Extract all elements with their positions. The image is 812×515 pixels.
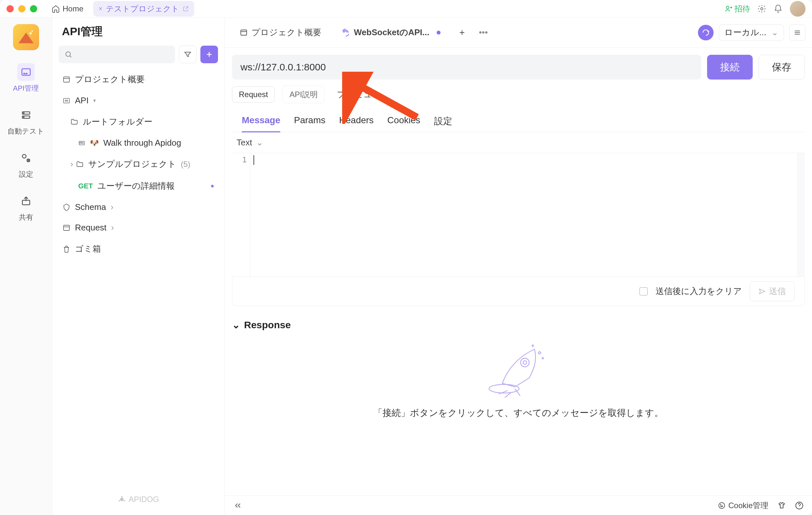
home-button[interactable]: Home [47, 2, 88, 16]
clear-after-label: 送信後に入力をクリア [656, 286, 742, 297]
editor-tabs-bar: プロジェクト概要 WebSocketのAPI... ••• [225, 18, 812, 48]
help-icon[interactable] [795, 501, 804, 510]
content-type-select[interactable]: Text ⌄ [225, 132, 812, 153]
main-content: プロジェクト概要 WebSocketのAPI... ••• [225, 18, 812, 515]
svg-point-9 [23, 112, 24, 113]
response-section: ⌄ Response 「接続」ボタンをクリックして、すべてのメッセージを取得しま… [232, 319, 805, 419]
tree-schema[interactable]: Schema › [59, 198, 218, 217]
tab-websocket[interactable]: WebSocketのAPI... [333, 21, 449, 44]
send-icon [759, 288, 766, 295]
filter-button[interactable] [179, 46, 197, 63]
svg-rect-15 [63, 77, 69, 82]
line-number-1: 1 [232, 155, 250, 164]
add-button[interactable] [200, 46, 218, 63]
sectiontab-headers[interactable]: Headers [339, 111, 374, 132]
url-value: ws://127.0.0.1:8000 [240, 62, 326, 73]
svg-text:96: 96 [65, 99, 68, 102]
svg-rect-24 [241, 30, 246, 35]
dirty-indicator: • [210, 180, 214, 192]
svg-point-2 [29, 32, 32, 34]
rail-settings[interactable]: 設定 [17, 149, 35, 179]
chevron-down-icon: ⌄ [232, 319, 240, 331]
sectiontab-message[interactable]: Message [242, 111, 280, 132]
tree-user-detail[interactable]: GET ユーザーの詳細情報 • [59, 176, 218, 196]
rail-share[interactable]: 共有 [17, 192, 35, 222]
editor-text-area[interactable] [250, 153, 805, 277]
subtab-preview[interactable]: プレビュー [332, 85, 385, 103]
tree-overview[interactable]: プロジェクト概要 [59, 69, 218, 90]
send-button[interactable]: 送信 [750, 281, 795, 301]
sidebar-title: API管理 [59, 24, 218, 39]
tab-overview[interactable]: プロジェクト概要 [231, 21, 330, 44]
sectiontab-cookies[interactable]: Cookies [387, 111, 420, 132]
cookie-management[interactable]: Cookie管理 [718, 500, 768, 511]
svg-point-22 [119, 500, 120, 501]
minimize-window-button[interactable] [18, 5, 25, 12]
svg-point-10 [23, 117, 24, 117]
trash-icon [63, 245, 70, 253]
menu-button[interactable] [789, 24, 806, 41]
tree-sample-project[interactable]: › サンプルプロジェクト (5) [59, 154, 218, 174]
schema-icon [63, 203, 70, 211]
tree-request[interactable]: Request › [59, 218, 218, 237]
editor-bottom-toolbar: 送信後に入力をクリア 送信 [232, 277, 805, 306]
sectiontab-params[interactable]: Params [294, 111, 325, 132]
collapse-sidebar-button[interactable] [233, 501, 242, 510]
subtab-request-label: Request [239, 90, 268, 99]
invite-icon [725, 5, 732, 13]
tshirt-icon[interactable] [778, 501, 786, 510]
cookie-label: Cookie管理 [728, 500, 768, 511]
url-input[interactable]: ws://127.0.0.1:8000 [232, 55, 701, 80]
maximize-window-button[interactable] [30, 5, 37, 12]
subtab-api-desc[interactable]: API説明 [283, 86, 324, 103]
chevron-double-left-icon [233, 501, 242, 510]
tab-overview-label: プロジェクト概要 [252, 27, 321, 38]
svg-point-1 [761, 7, 763, 10]
more-tabs-button[interactable]: ••• [475, 23, 492, 42]
connect-button[interactable]: 接続 [707, 55, 753, 80]
close-tab-icon[interactable]: × [98, 5, 103, 13]
rail-api-management[interactable]: API管理 [13, 63, 39, 93]
subtab-request[interactable]: Request [232, 86, 275, 103]
tree-walkthrough-label: Walk through Apidog [103, 138, 181, 148]
editor-right-margin [797, 153, 805, 277]
auto-test-icon [17, 106, 35, 124]
subtab-api-desc-label: API説明 [289, 90, 318, 99]
brand-footer: APIDOG [59, 490, 218, 509]
chevron-down-icon: ▾ [93, 97, 96, 104]
tree-api-section[interactable]: 96 API ▾ [59, 91, 218, 110]
notification-icon[interactable] [774, 4, 783, 13]
tree-root-folder[interactable]: ルートフォルダー [59, 112, 218, 132]
avatar[interactable] [790, 1, 806, 17]
tree-walkthrough[interactable]: 🐶 Walk through Apidog [59, 133, 218, 152]
home-icon [52, 5, 60, 13]
invite-button[interactable]: 招待 [725, 4, 750, 14]
save-button[interactable]: 保存 [759, 55, 805, 80]
rail-auto-test-label: 自動テスト [7, 126, 44, 136]
editor[interactable]: 1 [232, 153, 805, 277]
main-footer: Cookie管理 [225, 495, 812, 515]
svg-point-3 [31, 30, 33, 32]
app-logo [13, 24, 39, 50]
sidebar: API管理 プロジェクト概要 96 API [52, 18, 225, 515]
section-tabs: Message Params Headers Cookies 設定 [232, 103, 805, 132]
filter-icon [184, 51, 192, 58]
add-tab-button[interactable] [452, 24, 472, 41]
rocket-icon [483, 340, 554, 399]
project-tab[interactable]: × テストプロジェクト [93, 1, 194, 17]
rail-auto-test[interactable]: 自動テスト [7, 106, 44, 136]
clear-after-send-checkbox[interactable] [639, 287, 648, 296]
circle-run-button[interactable] [698, 25, 714, 40]
environment-select[interactable]: ローカル... ⌄ [719, 24, 784, 41]
settings-icon[interactable] [757, 4, 766, 13]
plus-icon [205, 50, 213, 59]
close-window-button[interactable] [6, 5, 14, 12]
svg-rect-6 [25, 73, 27, 74]
svg-point-14 [66, 52, 70, 56]
response-header[interactable]: ⌄ Response [232, 319, 805, 331]
tree-user-detail-label: ユーザーの詳細情報 [97, 180, 175, 192]
search-input[interactable] [59, 46, 175, 63]
tree-trash[interactable]: ゴミ箱 [59, 238, 218, 259]
chevron-down-icon: ⌄ [771, 27, 778, 37]
sectiontab-settings[interactable]: 設定 [434, 111, 452, 132]
